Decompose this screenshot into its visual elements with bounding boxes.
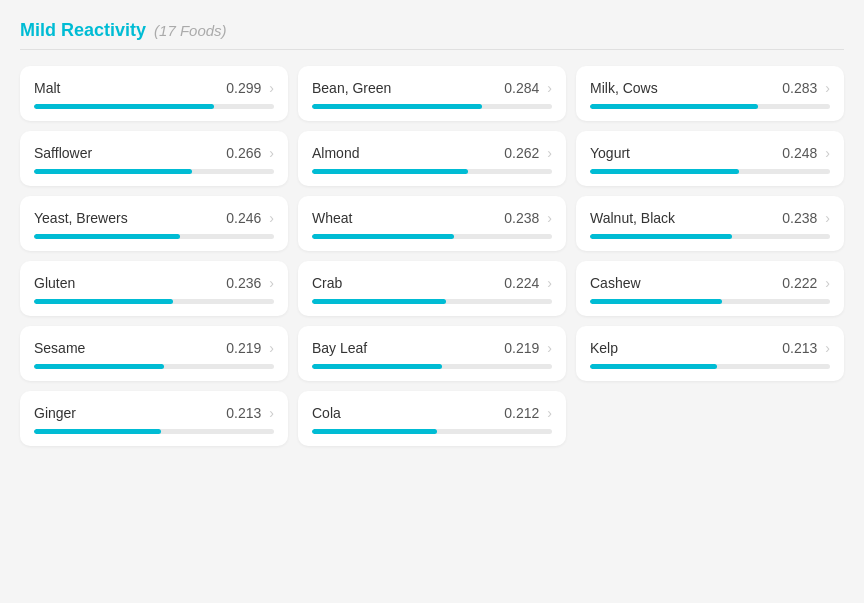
chevron-icon: ›	[269, 405, 274, 421]
food-card[interactable]: Cola0.212›	[298, 391, 566, 446]
bar-track	[590, 299, 830, 304]
bar-track	[590, 169, 830, 174]
chevron-icon: ›	[547, 145, 552, 161]
food-value: 0.213	[782, 340, 817, 356]
food-value: 0.238	[782, 210, 817, 226]
bar-track	[312, 169, 552, 174]
food-card[interactable]: Bean, Green0.284›	[298, 66, 566, 121]
food-card[interactable]: Almond0.262›	[298, 131, 566, 186]
bar-fill	[590, 104, 758, 109]
food-card[interactable]: Yogurt0.248›	[576, 131, 844, 186]
food-value: 0.262	[504, 145, 539, 161]
bar-fill	[590, 169, 739, 174]
bar-track	[312, 299, 552, 304]
food-value: 0.299	[226, 80, 261, 96]
bar-track	[312, 364, 552, 369]
food-value: 0.246	[226, 210, 261, 226]
bar-fill	[34, 169, 192, 174]
chevron-icon: ›	[547, 405, 552, 421]
food-name: Bay Leaf	[312, 340, 367, 356]
food-card[interactable]: Ginger0.213›	[20, 391, 288, 446]
bar-fill	[34, 234, 180, 239]
food-name: Cashew	[590, 275, 641, 291]
food-name: Gluten	[34, 275, 75, 291]
food-name: Safflower	[34, 145, 92, 161]
food-name: Almond	[312, 145, 359, 161]
food-value: 0.248	[782, 145, 817, 161]
bar-fill	[590, 299, 722, 304]
section-subtitle: (17 Foods)	[154, 22, 227, 39]
food-name: Wheat	[312, 210, 352, 226]
chevron-icon: ›	[547, 80, 552, 96]
chevron-icon: ›	[269, 275, 274, 291]
food-card[interactable]: Safflower0.266›	[20, 131, 288, 186]
bar-track	[34, 364, 274, 369]
bar-track	[34, 429, 274, 434]
food-card[interactable]: Bay Leaf0.219›	[298, 326, 566, 381]
chevron-icon: ›	[825, 275, 830, 291]
food-name: Yogurt	[590, 145, 630, 161]
food-value: 0.212	[504, 405, 539, 421]
bar-track	[34, 299, 274, 304]
food-value: 0.236	[226, 275, 261, 291]
food-value: 0.219	[226, 340, 261, 356]
food-value: 0.224	[504, 275, 539, 291]
chevron-icon: ›	[825, 340, 830, 356]
chevron-icon: ›	[825, 210, 830, 226]
bar-fill	[34, 429, 161, 434]
bar-track	[590, 234, 830, 239]
food-value: 0.284	[504, 80, 539, 96]
bar-fill	[312, 299, 446, 304]
bar-fill	[312, 364, 442, 369]
bar-fill	[34, 299, 173, 304]
bar-fill	[312, 429, 437, 434]
bar-fill	[34, 104, 214, 109]
food-name: Cola	[312, 405, 341, 421]
section-title: Mild Reactivity	[20, 20, 146, 41]
bar-fill	[312, 104, 482, 109]
bar-track	[312, 104, 552, 109]
food-card[interactable]: Kelp0.213›	[576, 326, 844, 381]
chevron-icon: ›	[547, 340, 552, 356]
food-name: Sesame	[34, 340, 85, 356]
food-grid: Malt0.299›Bean, Green0.284›Milk, Cows0.2…	[20, 66, 844, 446]
food-card[interactable]: Wheat0.238›	[298, 196, 566, 251]
bar-fill	[590, 364, 717, 369]
chevron-icon: ›	[547, 210, 552, 226]
food-value: 0.238	[504, 210, 539, 226]
food-name: Yeast, Brewers	[34, 210, 128, 226]
bar-track	[312, 429, 552, 434]
food-name: Walnut, Black	[590, 210, 675, 226]
food-card[interactable]: Crab0.224›	[298, 261, 566, 316]
chevron-icon: ›	[547, 275, 552, 291]
bar-track	[590, 104, 830, 109]
bar-fill	[34, 364, 164, 369]
bar-track	[34, 169, 274, 174]
bar-track	[312, 234, 552, 239]
food-card[interactable]: Milk, Cows0.283›	[576, 66, 844, 121]
chevron-icon: ›	[825, 145, 830, 161]
chevron-icon: ›	[269, 145, 274, 161]
food-value: 0.219	[504, 340, 539, 356]
food-name: Ginger	[34, 405, 76, 421]
food-card[interactable]: Walnut, Black0.238›	[576, 196, 844, 251]
chevron-icon: ›	[269, 340, 274, 356]
food-name: Malt	[34, 80, 60, 96]
food-name: Crab	[312, 275, 342, 291]
food-value: 0.283	[782, 80, 817, 96]
food-card[interactable]: Sesame0.219›	[20, 326, 288, 381]
food-card[interactable]: Cashew0.222›	[576, 261, 844, 316]
bar-track	[590, 364, 830, 369]
food-card[interactable]: Yeast, Brewers0.246›	[20, 196, 288, 251]
bar-track	[34, 234, 274, 239]
bar-fill	[312, 234, 454, 239]
food-value: 0.213	[226, 405, 261, 421]
food-name: Kelp	[590, 340, 618, 356]
chevron-icon: ›	[825, 80, 830, 96]
bar-fill	[590, 234, 732, 239]
section-header: Mild Reactivity (17 Foods)	[20, 20, 844, 50]
food-value: 0.222	[782, 275, 817, 291]
food-card[interactable]: Gluten0.236›	[20, 261, 288, 316]
chevron-icon: ›	[269, 80, 274, 96]
food-card[interactable]: Malt0.299›	[20, 66, 288, 121]
